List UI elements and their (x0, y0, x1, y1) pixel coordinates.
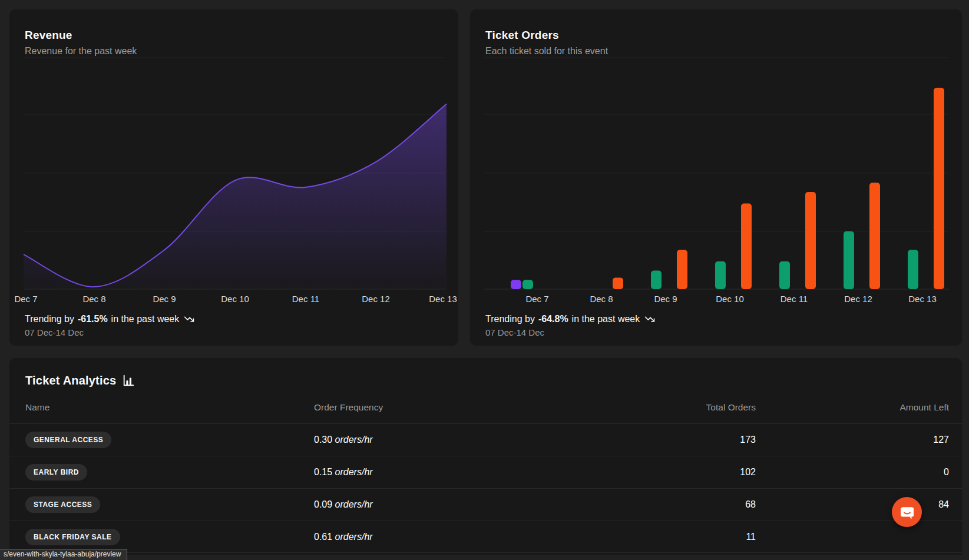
x-tick-label: Dec 9 (654, 294, 677, 304)
order-frequency-cell: 0.15 orders/hr (314, 467, 550, 478)
table-row: BLACK FRIDAY SALE 0.61 orders/hr 11 (9, 521, 962, 553)
total-orders-cell: 102 (550, 467, 756, 478)
ticket-name-badge: EARLY BIRD (25, 464, 87, 481)
browser-link-preview: s/even-with-skyla-tylaa-abuja/preview (0, 549, 127, 560)
order-frequency-cell: 0.09 orders/hr (314, 499, 550, 510)
orange-bar[interactable] (741, 204, 752, 289)
order-frequency-cell: 0.61 orders/hr (314, 532, 550, 542)
table-row: EARLY BIRD 0.15 orders/hr 102 0 (9, 456, 962, 488)
green-bar[interactable] (522, 280, 533, 289)
total-orders-cell: 11 (550, 532, 756, 542)
ticket-orders-card: Ticket Orders Each ticket sold for this … (469, 9, 963, 346)
x-tick-label: Dec 13 (908, 294, 937, 304)
x-tick-label: Dec 13 (429, 294, 457, 304)
x-tick-label: Dec 11 (781, 294, 808, 304)
x-tick-label: Dec 10 (716, 294, 744, 304)
orange-bar[interactable] (677, 250, 687, 289)
column-header-order-frequency: Order Frequency (314, 402, 550, 413)
chat-bubble-icon (899, 504, 915, 521)
trending-down-icon (644, 314, 655, 324)
orange-bar[interactable] (869, 183, 880, 289)
bars (511, 88, 944, 289)
green-bar[interactable] (844, 231, 854, 289)
chat-launcher-button[interactable] (892, 497, 922, 527)
table-row: STAGE ACCESS 0.09 orders/hr 68 84 (9, 488, 962, 521)
x-tick-label: Dec 9 (153, 294, 176, 304)
trending-prefix: Trending by (485, 314, 535, 324)
trending-value: -64.8% (538, 314, 568, 324)
revenue-date-range: 07 Dec-14 Dec (25, 327, 84, 337)
trending-down-icon (184, 314, 194, 324)
x-tick-label: Dec 8 (82, 294, 105, 304)
column-header-name: Name (25, 402, 314, 413)
ticket-name-badge: BLACK FRIDAY SALE (25, 529, 120, 545)
ticket-orders-trending-summary: Trending by -64.8% in the past week (485, 314, 655, 324)
column-header-amount-left: Amount Left (756, 402, 949, 413)
x-tick-label: Dec 7 (14, 294, 37, 304)
trending-prefix: Trending by (25, 314, 74, 324)
x-tick-label: Dec 11 (292, 294, 319, 304)
revenue-card: Revenue Revenue for the past week Dec 7 … (9, 9, 459, 346)
x-tick-label: Dec 12 (362, 294, 390, 304)
orange-bar[interactable] (934, 88, 944, 289)
total-orders-cell: 68 (550, 499, 756, 510)
column-header-total-orders: Total Orders (550, 402, 756, 413)
order-frequency-cell: 0.30 orders/hr (314, 435, 550, 445)
ticket-analytics-title: Ticket Analytics (25, 374, 116, 387)
x-tick-label: Dec 8 (590, 294, 613, 304)
amount-left-cell: 0 (756, 467, 949, 478)
ticket-analytics-card: Ticket Analytics Name Order Frequency To… (9, 357, 963, 555)
table-header-row: Name Order Frequency Total Orders Amount… (9, 392, 962, 423)
table-row: GENERAL ACCESS 0.30 orders/hr 173 127 (9, 423, 962, 456)
green-bar[interactable] (779, 261, 790, 289)
green-bar[interactable] (715, 261, 726, 289)
trending-value: -61.5% (78, 314, 108, 324)
bar-chart-icon[interactable] (122, 374, 135, 387)
x-tick-label: Dec 7 (525, 294, 548, 304)
ticket-name-badge: STAGE ACCESS (25, 496, 100, 513)
ticket-orders-date-range: 07 Dec-14 Dec (485, 327, 544, 337)
revenue-trending-summary: Trending by -61.5% in the past week (25, 314, 194, 324)
ticket-name-badge: GENERAL ACCESS (25, 432, 111, 448)
trending-suffix: in the past week (572, 314, 640, 324)
trending-suffix: in the past week (111, 314, 180, 324)
dashboard-page: Revenue Revenue for the past week Dec 7 … (0, 0, 969, 560)
total-orders-cell: 173 (550, 435, 756, 445)
x-tick-label: Dec 10 (221, 294, 249, 304)
ticket-analytics-titlebar: Ticket Analytics (9, 358, 962, 392)
purple-bar[interactable] (511, 280, 521, 289)
amount-left-cell: 127 (756, 435, 949, 445)
revenue-area-fill (24, 104, 447, 289)
orange-bar[interactable] (805, 192, 816, 289)
orange-bar[interactable] (613, 277, 623, 289)
green-bar[interactable] (651, 271, 662, 289)
green-bar[interactable] (908, 250, 918, 289)
x-tick-label: Dec 12 (844, 294, 872, 304)
